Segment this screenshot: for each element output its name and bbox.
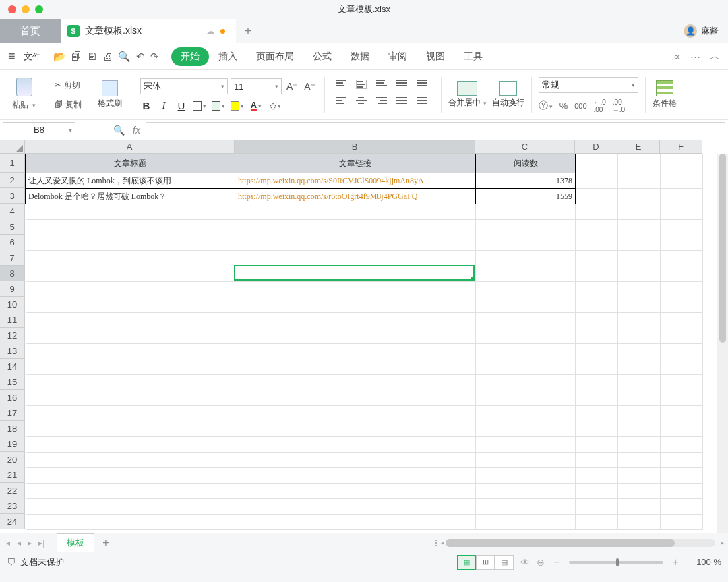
cell-B20[interactable]: [235, 453, 476, 468]
cell-E23[interactable]: [618, 499, 661, 515]
font-color-button[interactable]: A▾: [249, 100, 263, 111]
cell-E3[interactable]: [618, 189, 661, 204]
horizontal-scrollbar[interactable]: [446, 539, 715, 547]
menu-tab-7[interactable]: 工具: [454, 47, 492, 66]
font-size-select[interactable]: 11▾: [231, 78, 282, 94]
cell-D12[interactable]: [576, 328, 618, 344]
cell-E22[interactable]: [618, 484, 661, 499]
justify-button[interactable]: [396, 97, 407, 107]
menu-tab-5[interactable]: 审阅: [379, 47, 417, 66]
zoom-cell-icon[interactable]: 🔍: [113, 125, 125, 136]
cell-B8[interactable]: [235, 266, 476, 282]
cell-D10[interactable]: [576, 297, 618, 313]
cell-C21[interactable]: [476, 468, 576, 484]
row-header-2[interactable]: 2: [0, 173, 25, 188]
cell-E11[interactable]: [618, 313, 661, 328]
cell-C5[interactable]: [476, 220, 576, 235]
col-header-E[interactable]: E: [617, 140, 660, 154]
cell-C19[interactable]: [476, 437, 576, 453]
zoom-out-button[interactable]: −: [551, 556, 562, 569]
row-header-8[interactable]: 8: [0, 266, 25, 281]
cell-B19[interactable]: [235, 437, 476, 453]
cell-B9[interactable]: [235, 282, 476, 297]
cell-F17[interactable]: [661, 406, 703, 421]
cell-A15[interactable]: [26, 375, 235, 390]
cut-button[interactable]: ✂剪切: [52, 78, 83, 92]
decrease-indent-button[interactable]: [396, 80, 407, 89]
app-menu-button[interactable]: ≡: [8, 49, 16, 63]
cell-F10[interactable]: [661, 297, 703, 313]
row-header-6[interactable]: 6: [0, 235, 25, 250]
col-header-A[interactable]: A: [25, 140, 235, 154]
cell-A23[interactable]: [26, 499, 235, 515]
user-avatar[interactable]: 👤: [684, 24, 697, 38]
cell-B13[interactable]: [235, 344, 476, 359]
cell-D15[interactable]: [576, 375, 618, 390]
increase-font-button[interactable]: A⁺: [284, 81, 299, 92]
cell-D17[interactable]: [576, 406, 618, 421]
splitter-handle[interactable]: [435, 537, 439, 548]
cell-B11[interactable]: [235, 313, 476, 328]
cell-F11[interactable]: [661, 313, 703, 328]
cell-E4[interactable]: [618, 204, 661, 220]
cell-C24[interactable]: [476, 515, 576, 530]
collapse-ribbon-icon[interactable]: ︿: [710, 50, 720, 63]
cell-A8[interactable]: [26, 266, 235, 282]
undo-icon[interactable]: ↶: [136, 51, 145, 63]
align-top-button[interactable]: [336, 80, 346, 89]
cell-E16[interactable]: [618, 390, 661, 406]
cell-E13[interactable]: [618, 344, 661, 359]
cell-D6[interactable]: [576, 235, 618, 251]
cell-D18[interactable]: [576, 421, 618, 437]
cell-C23[interactable]: [476, 499, 576, 515]
cell-C6[interactable]: [476, 235, 576, 251]
cell-A20[interactable]: [26, 453, 235, 468]
cell-B14[interactable]: [235, 359, 476, 375]
cell-E20[interactable]: [618, 453, 661, 468]
cell-B22[interactable]: [235, 484, 476, 499]
cell-B21[interactable]: [235, 468, 476, 484]
cell-B23[interactable]: [235, 499, 476, 515]
cell-B5[interactable]: [235, 220, 476, 235]
view-page-button[interactable]: ⊞: [476, 555, 495, 570]
cell-F21[interactable]: [661, 468, 703, 484]
menu-tab-1[interactable]: 插入: [209, 47, 247, 66]
cell-C10[interactable]: [476, 297, 576, 313]
zoom-percent[interactable]: 100 %: [688, 557, 721, 567]
align-right-button[interactable]: [376, 97, 387, 107]
row-header-3[interactable]: 3: [0, 188, 25, 204]
cell-D20[interactable]: [576, 453, 618, 468]
cell-C4[interactable]: [476, 204, 576, 220]
conditional-format-button[interactable]: 条件格: [653, 80, 677, 109]
zoom-slider[interactable]: [569, 561, 663, 564]
cell-D3[interactable]: [576, 189, 618, 204]
cell-E8[interactable]: [618, 266, 661, 282]
row-header-19[interactable]: 19: [0, 436, 25, 452]
cell-A5[interactable]: [26, 220, 235, 235]
cell-C22[interactable]: [476, 484, 576, 499]
row-header-17[interactable]: 17: [0, 405, 25, 421]
cell-A19[interactable]: [26, 437, 235, 453]
cell-D7[interactable]: [576, 251, 618, 266]
cell-E19[interactable]: [618, 437, 661, 453]
cell-style-button[interactable]: ▾: [212, 100, 225, 111]
cell-E10[interactable]: [618, 297, 661, 313]
cell-C7[interactable]: [476, 251, 576, 266]
row-header-16[interactable]: 16: [0, 390, 25, 405]
percent-button[interactable]: %: [559, 100, 568, 111]
cell-F19[interactable]: [661, 437, 703, 453]
row-header-18[interactable]: 18: [0, 421, 25, 436]
open-folder-icon[interactable]: 📂: [53, 51, 66, 63]
row-header-13[interactable]: 13: [0, 343, 25, 359]
formula-bar[interactable]: [146, 122, 725, 138]
row-header-1[interactable]: 1: [0, 154, 25, 173]
sheet-nav-prev[interactable]: ◂: [17, 538, 21, 548]
cell-F3[interactable]: [661, 189, 703, 204]
more-icon[interactable]: ⋯: [690, 51, 700, 63]
number-format-select[interactable]: 常规▾: [539, 77, 638, 93]
cell-E1[interactable]: [618, 154, 661, 173]
sheet-tab[interactable]: 模板: [57, 533, 94, 552]
col-header-B[interactable]: B: [235, 140, 475, 154]
row-header-4[interactable]: 4: [0, 204, 25, 219]
copy-button[interactable]: 🗐复制: [52, 98, 84, 112]
